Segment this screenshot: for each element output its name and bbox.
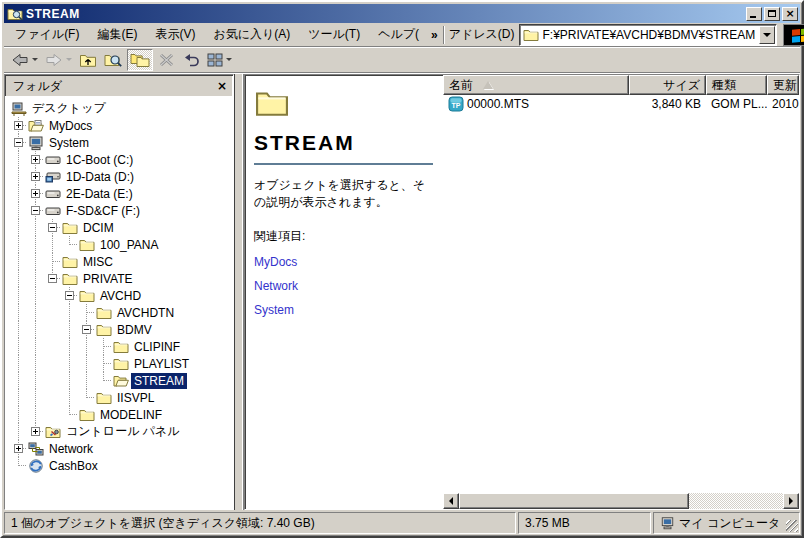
expand-icon[interactable]	[14, 444, 23, 453]
column-header-3[interactable]: 更新	[767, 75, 799, 95]
pane-splitter[interactable]	[234, 74, 244, 510]
tree-item-F-SD&CF (F:)[interactable]: F-SD&CF (F:)	[10, 202, 233, 219]
expand-icon[interactable]	[31, 189, 40, 198]
tree-item-2E-Data (E:)[interactable]: 2E-Data (E:)	[10, 185, 233, 202]
tree-item-1C-Boot (C:)[interactable]: 1C-Boot (C:)	[10, 151, 233, 168]
menu-overflow-chevron[interactable]: »	[428, 28, 441, 42]
tree-item-label[interactable]: 1D-Data (D:)	[63, 169, 137, 185]
tree-item-label[interactable]: デスクトップ	[29, 99, 109, 118]
collapse-icon[interactable]	[65, 291, 74, 300]
tree-item-label[interactable]: PRIVATE	[80, 271, 136, 287]
toolbar-delete-button[interactable]	[154, 49, 178, 71]
tree-item-PRIVATE[interactable]: PRIVATE	[10, 270, 233, 287]
related-link-MyDocs[interactable]: MyDocs	[254, 255, 433, 269]
tree-item-label[interactable]: 100_PANA	[97, 237, 161, 253]
menu-item-1[interactable]: 編集(E)	[88, 23, 146, 46]
tree-item-label[interactable]: CLIPINF	[131, 339, 183, 355]
tree-item-label[interactable]: MyDocs	[46, 118, 95, 134]
expand-icon[interactable]	[31, 155, 40, 164]
tree-item-MyDocs[interactable]: MyDocs	[10, 117, 233, 134]
chevron-down-icon[interactable]	[226, 58, 232, 61]
file-row-00000.MTS[interactable]: TP00000.MTS3,840 KBGOM PL...2010	[443, 95, 799, 112]
tree-item-label[interactable]: Network	[46, 441, 96, 457]
tree-item-label[interactable]: 2E-Data (E:)	[63, 186, 136, 202]
expand-icon[interactable]	[31, 172, 40, 181]
column-header-2[interactable]: 種類	[706, 75, 767, 95]
tree-item-Network[interactable]: Network	[10, 440, 233, 457]
tree-item-label[interactable]: 1C-Boot (C:)	[63, 152, 136, 168]
collapse-icon[interactable]	[14, 138, 23, 147]
toolbar-forward-button[interactable]	[42, 49, 75, 71]
tree-item-label[interactable]: F-SD&CF (F:)	[63, 203, 143, 219]
tree-item-label[interactable]: STREAM	[131, 373, 187, 389]
scrollbar-thumb[interactable]	[459, 493, 689, 509]
column-header-1[interactable]: サイズ	[629, 75, 706, 95]
tree-item-コントロール パネル[interactable]: コントロール パネル	[10, 423, 233, 440]
toolbar-back-button[interactable]	[8, 49, 41, 71]
band-separator	[443, 26, 445, 44]
expand-icon[interactable]	[31, 427, 40, 436]
tree-item-デスクトップ[interactable]: デスクトップ	[10, 100, 233, 117]
menu-item-0[interactable]: ファイル(F)	[6, 23, 88, 46]
collapse-icon[interactable]	[48, 274, 57, 283]
forward-icon	[45, 52, 63, 68]
tree-item-1D-Data (D:)[interactable]: 1D-Data (D:)	[10, 168, 233, 185]
minimize-button[interactable]	[746, 7, 762, 21]
expand-icon[interactable]	[14, 121, 23, 130]
tree-item-CLIPINF[interactable]: CLIPINF	[10, 338, 233, 355]
tree-item-100_PANA[interactable]: 100_PANA	[10, 236, 233, 253]
tree-item-label[interactable]: MODELINF	[97, 407, 165, 423]
tree-item-label[interactable]: AVCHDTN	[114, 305, 177, 321]
chevron-down-icon[interactable]	[32, 58, 38, 61]
related-link-Network[interactable]: Network	[254, 279, 433, 293]
tree-item-label[interactable]: AVCHD	[97, 288, 144, 304]
collapse-icon[interactable]	[82, 325, 91, 334]
column-header-0[interactable]: 名前	[443, 75, 629, 95]
tree-item-System[interactable]: System	[10, 134, 233, 151]
tree-item-CashBox[interactable]: CashBox	[10, 457, 233, 474]
toolbar-up-button[interactable]	[76, 49, 100, 71]
collapse-icon[interactable]	[31, 206, 40, 215]
tree-item-label[interactable]: コントロール パネル	[63, 422, 183, 441]
menu-item-3[interactable]: お気に入り(A)	[204, 23, 299, 46]
tree-item-AVCHDTN[interactable]: AVCHDTN	[10, 304, 233, 321]
chevron-down-icon[interactable]	[66, 58, 72, 61]
address-input[interactable]: F:¥PRIVATE¥AVCHD¥BDMV¥STREAM	[519, 24, 778, 46]
tree-item-label[interactable]: System	[46, 135, 92, 151]
resize-grip[interactable]	[786, 520, 798, 532]
tree-item-label[interactable]: PLAYLIST	[131, 356, 192, 372]
tree-item-label[interactable]: MISC	[80, 254, 116, 270]
toolbar-folders-button[interactable]	[127, 49, 153, 71]
scroll-right-button[interactable]	[783, 493, 799, 509]
tree-item-BDMV[interactable]: BDMV	[10, 321, 233, 338]
tree-item-label[interactable]: BDMV	[114, 322, 155, 338]
menu-item-4[interactable]: ツール(T)	[299, 23, 369, 46]
menu-item-5[interactable]: ヘルプ(	[369, 23, 428, 46]
collapse-icon[interactable]	[48, 223, 57, 232]
toolbar-undo-button[interactable]	[179, 49, 203, 71]
tree-item-DCIM[interactable]: DCIM	[10, 219, 233, 236]
tree-item-label[interactable]: DCIM	[80, 220, 117, 236]
toolbar-views-button[interactable]	[204, 49, 235, 71]
address-dropdown-button[interactable]	[759, 26, 775, 44]
maximize-button[interactable]	[764, 7, 780, 21]
tree-item-MODELINF[interactable]: MODELINF	[10, 406, 233, 423]
related-link-System[interactable]: System	[254, 303, 433, 317]
menu-item-2[interactable]: 表示(V)	[146, 23, 204, 46]
title-bar[interactable]: STREAM ×	[4, 4, 800, 23]
tree-item-IISVPL[interactable]: IISVPL	[10, 389, 233, 406]
toolbar-search-button[interactable]	[101, 49, 126, 71]
scroll-left-button[interactable]	[443, 493, 459, 509]
tree-item-MISC[interactable]: MISC	[10, 253, 233, 270]
address-value[interactable]: F:¥PRIVATE¥AVCHD¥BDMV¥STREAM	[543, 28, 756, 42]
close-folders-button[interactable]: ×	[214, 79, 230, 94]
tree-item-PLAYLIST[interactable]: PLAYLIST	[10, 355, 233, 372]
tree-item-label[interactable]: CashBox	[46, 458, 101, 474]
close-button[interactable]: ×	[782, 7, 798, 21]
tree-item-STREAM[interactable]: STREAM	[10, 372, 233, 389]
scrollbar-track[interactable]	[459, 493, 783, 509]
tree-item-label[interactable]: IISVPL	[114, 390, 157, 406]
tree-connector	[10, 457, 27, 474]
tree-item-AVCHD[interactable]: AVCHD	[10, 287, 233, 304]
horizontal-scrollbar[interactable]	[443, 493, 799, 509]
